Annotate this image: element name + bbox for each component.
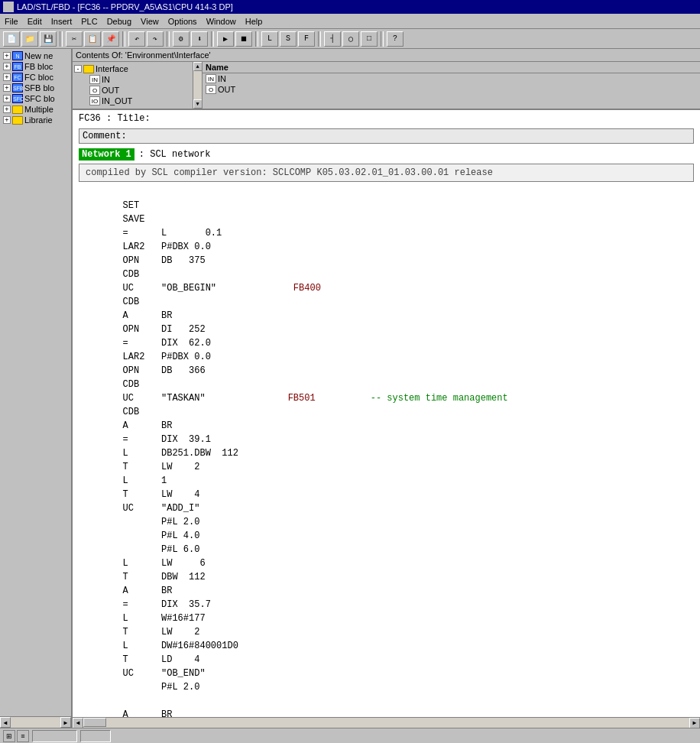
icon-name-out: O [206, 85, 216, 94]
comment-label: Comment: [83, 131, 127, 141]
network-header: Network 1 : SCL network [73, 145, 700, 164]
toolbar-copy[interactable]: 📋 [84, 31, 101, 47]
menu-view[interactable]: View [136, 15, 164, 28]
status-icon-1[interactable]: ⊞ [3, 730, 15, 742]
expand-interface[interactable]: - [74, 65, 82, 73]
contents-row-in[interactable]: IN IN [74, 74, 200, 85]
vscroll-down[interactable]: ▼ [193, 99, 203, 109]
name-label-in: IN [218, 74, 226, 83]
contents-header-text: Contents Of: 'Environment\Interface' [76, 50, 211, 60]
code-line-cdb3: CDB [79, 378, 694, 391]
comment-box[interactable]: Comment: [79, 128, 694, 144]
toolbar-help[interactable]: ? [387, 31, 403, 47]
expand-libraries[interactable]: + [3, 116, 11, 124]
toolbar-cut[interactable]: ✂ [66, 31, 83, 47]
tree-item-fcbloc[interactable]: + FC FC bloc [2, 72, 70, 83]
toolbar-paste[interactable]: 📌 [102, 31, 119, 47]
status-icon-2[interactable]: ≡ [17, 730, 29, 742]
code-block[interactable]: SET SAVE = L 0.1 LAR2 P#DBX 0.0 OPN DB 3… [73, 185, 700, 717]
menu-help[interactable]: Help [241, 15, 267, 28]
code-hscroll-thumb[interactable] [83, 718, 106, 727]
toolbar-new[interactable]: 📄 [3, 31, 20, 47]
contents-tree-inner: - Interface IN IN O OUT [73, 62, 202, 108]
icon-libraries [12, 116, 23, 125]
vscroll-track[interactable] [193, 71, 203, 99]
title-text: LAD/STL/FBD - [FC36 -- PPDRV_A5\AS1\CPU … [17, 2, 233, 11]
menu-insert[interactable]: Insert [47, 15, 77, 28]
contents-row-inout[interactable]: IO IN_OUT [74, 96, 200, 106]
toolbar-sep-5 [255, 31, 258, 47]
tree-item-sfcbloc[interactable]: + SFC SFC blo [2, 93, 70, 104]
name-row-in[interactable]: IN IN [203, 73, 700, 84]
expand-newne[interactable]: + [3, 52, 11, 60]
toolbar-undo[interactable]: ↶ [128, 31, 145, 47]
contents-row-out[interactable]: O OUT [74, 85, 200, 96]
status-panel-1 [32, 730, 77, 742]
icon-name-in: IN [206, 74, 216, 83]
tree-label-newne: New ne [24, 51, 53, 60]
tree-label-libraries: Librarie [24, 115, 53, 125]
toolbar-fbd[interactable]: F [298, 31, 315, 47]
menu-options[interactable]: Options [164, 15, 202, 28]
code-line-uc3: UC "ADD_I" [79, 501, 694, 515]
code-hscroll[interactable]: ◀ ▶ [73, 717, 700, 728]
fc-title: FC36 : Title: [73, 110, 700, 127]
code-line-uc1: UC "OB_BEGIN" FB400 [79, 281, 694, 295]
vscroll-up[interactable]: ▲ [193, 62, 203, 71]
left-scroll-track[interactable] [11, 717, 60, 728]
toolbar-insert-coil[interactable]: ◯ [342, 31, 359, 47]
left-scroll-right[interactable]: ▶ [60, 717, 71, 728]
code-line-a2: A BR [79, 419, 694, 433]
code-line-t4: T LW 2 [79, 625, 694, 639]
menu-edit[interactable]: Edit [23, 15, 47, 28]
code-line-pl2: P#L 4.0 [79, 529, 694, 543]
expand-fcbloc[interactable]: + [3, 73, 11, 81]
code-line-pl3: P#L 6.0 [79, 543, 694, 556]
name-row-out[interactable]: O OUT [203, 84, 700, 95]
contents-vscroll[interactable]: ▲ ▼ [193, 62, 202, 109]
tree-item-sfbbloc[interactable]: + SFB SFB blo [2, 83, 70, 93]
code-line-empty2 [79, 694, 694, 708]
menu-plc[interactable]: PLC [76, 15, 102, 28]
menu-debug[interactable]: Debug [102, 15, 136, 28]
tree-item-libraries[interactable]: + Librarie [2, 115, 70, 125]
contents-row-interface[interactable]: - Interface [74, 63, 200, 74]
tree-item-newne[interactable]: + N New ne [2, 50, 70, 61]
icon-in: IN [89, 75, 100, 84]
toolbar-insert-box[interactable]: □ [361, 31, 378, 47]
toolbar-sep-2 [122, 31, 125, 47]
network-desc: : SCL network [139, 149, 211, 160]
toolbar-insert-contact[interactable]: ┤ [324, 31, 341, 47]
code-line-empty1 [79, 185, 694, 199]
left-panel-hscroll[interactable]: ◀ ▶ [0, 716, 71, 728]
toolbar-save[interactable]: 💾 [40, 31, 57, 47]
code-area[interactable]: FC36 : Title: Comment: Network 1 : SCL n… [73, 110, 700, 717]
expand-fbbloc[interactable]: + [3, 63, 11, 70]
tree-item-fbbloc[interactable]: + FB FB bloc [2, 61, 70, 72]
toolbar-redo[interactable]: ↷ [147, 31, 164, 47]
toolbar-sep-6 [318, 31, 321, 47]
toolbar-open[interactable]: 📁 [21, 31, 38, 47]
code-hscroll-left[interactable]: ◀ [73, 718, 83, 728]
code-line-a4: A BR [79, 708, 694, 717]
tree-item-multiple[interactable]: + Multiple [2, 104, 70, 115]
toolbar-lad[interactable]: L [261, 31, 278, 47]
left-scroll-left[interactable]: ◀ [0, 717, 11, 728]
tree-label-sfbbloc: SFB blo [24, 83, 54, 92]
code-line-opn2: OPN DI 252 [79, 323, 694, 336]
menu-file[interactable]: File [0, 15, 23, 28]
toolbar-stl[interactable]: S [280, 31, 297, 47]
toolbar-compile[interactable]: ⚙ [173, 31, 190, 47]
code-line-uc4: UC "OB_END" [79, 667, 694, 680]
expand-sfcbloc[interactable]: + [3, 95, 11, 102]
expand-multiple[interactable]: + [3, 105, 11, 113]
menu-window[interactable]: Window [202, 15, 241, 28]
code-hscroll-right[interactable]: ▶ [689, 718, 700, 728]
toolbar-run[interactable]: ▶ [217, 31, 234, 47]
contents-panel: Contents Of: 'Environment\Interface' - I… [73, 49, 700, 110]
toolbar-download[interactable]: ⬇ [191, 31, 208, 47]
toolbar-stop[interactable]: ⏹ [235, 31, 252, 47]
code-line-a3: A BR [79, 584, 694, 598]
expand-sfbbloc[interactable]: + [3, 84, 11, 92]
code-hscroll-track[interactable] [83, 718, 689, 728]
